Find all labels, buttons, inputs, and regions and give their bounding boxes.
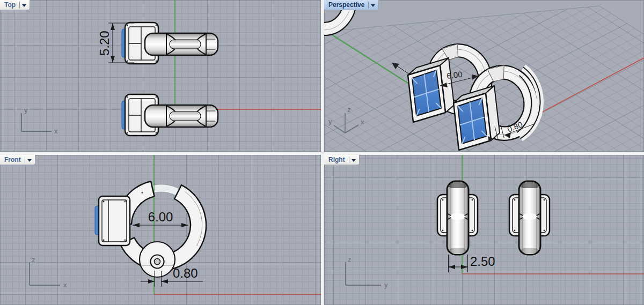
- axis-gizmo: [346, 262, 381, 285]
- viewport-tab-label: Right: [328, 156, 345, 163]
- viewport-tab-right[interactable]: Right: [324, 155, 360, 165]
- dimension-text: 2.50: [470, 254, 495, 269]
- axis-label-y: y: [328, 117, 332, 125]
- chevron-down-icon[interactable]: [371, 4, 375, 7]
- hinge-post: [140, 242, 175, 277]
- axis-label-z: z: [347, 106, 351, 114]
- earring-head: [99, 196, 130, 246]
- axis-label-y: y: [24, 106, 28, 114]
- gem-head-3d: [408, 58, 454, 122]
- dimension-text: 6.00: [148, 210, 173, 224]
- tab-separator: [19, 2, 20, 8]
- earring-top-view: [122, 23, 218, 64]
- axis-gizmo: [334, 113, 358, 133]
- viewport-tab-front[interactable]: Front: [0, 155, 35, 165]
- cad-workspace: 5.20 y x Top: [0, 0, 644, 305]
- viewport-tab-label: Front: [4, 156, 21, 163]
- viewport-tab-label: Top: [4, 1, 16, 9]
- top-viewport-canvas[interactable]: 5.20 y x: [0, 0, 321, 152]
- axis-label-z: z: [348, 255, 352, 263]
- viewport-tab-perspective[interactable]: Perspective: [324, 0, 379, 10]
- chevron-down-icon[interactable]: [352, 159, 356, 162]
- axis-gizmo: [30, 263, 60, 285]
- axis-label-y: y: [384, 281, 388, 289]
- viewport-tab-label: Perspective: [328, 1, 364, 9]
- viewport-right[interactable]: 2.50 z y Right: [324, 155, 644, 305]
- chevron-down-icon[interactable]: [22, 4, 26, 7]
- right-viewport-canvas[interactable]: 2.50 z y: [324, 155, 644, 305]
- viewport-top[interactable]: 5.20 y x Top: [0, 0, 321, 152]
- dimension-text: 5.20: [97, 31, 112, 56]
- earring-side-view: [437, 181, 478, 255]
- band-tube: [170, 40, 201, 49]
- axis-label-x: x: [54, 127, 58, 135]
- perspective-viewport-canvas[interactable]: z x y 5.20: [324, 0, 644, 152]
- dimension-inner-diameter: 6.00: [133, 210, 188, 227]
- chevron-down-icon[interactable]: [27, 159, 32, 162]
- dimension-text: 6.00: [446, 70, 463, 80]
- axis-label-z: z: [32, 256, 35, 264]
- viewport-tab-top[interactable]: Top: [0, 0, 30, 10]
- axis-gizmo: [21, 113, 52, 131]
- tab-separator: [349, 157, 349, 163]
- front-viewport-canvas[interactable]: 6.00 0.80 z x: [0, 155, 321, 305]
- dimension-band-width: 2.50: [449, 254, 495, 272]
- viewport-front[interactable]: 6.00 0.80 z x Front: [0, 155, 321, 305]
- viewport-splitter-horizontal[interactable]: [0, 152, 644, 155]
- axis-label-x: x: [361, 118, 364, 126]
- dimension-text: 0.80: [173, 266, 198, 280]
- viewport-perspective[interactable]: z x y 5.20: [324, 0, 644, 152]
- axis-label-x: x: [63, 281, 67, 289]
- tab-separator: [25, 157, 25, 163]
- tab-separator: [368, 2, 369, 8]
- earring-3d-right: [453, 60, 544, 150]
